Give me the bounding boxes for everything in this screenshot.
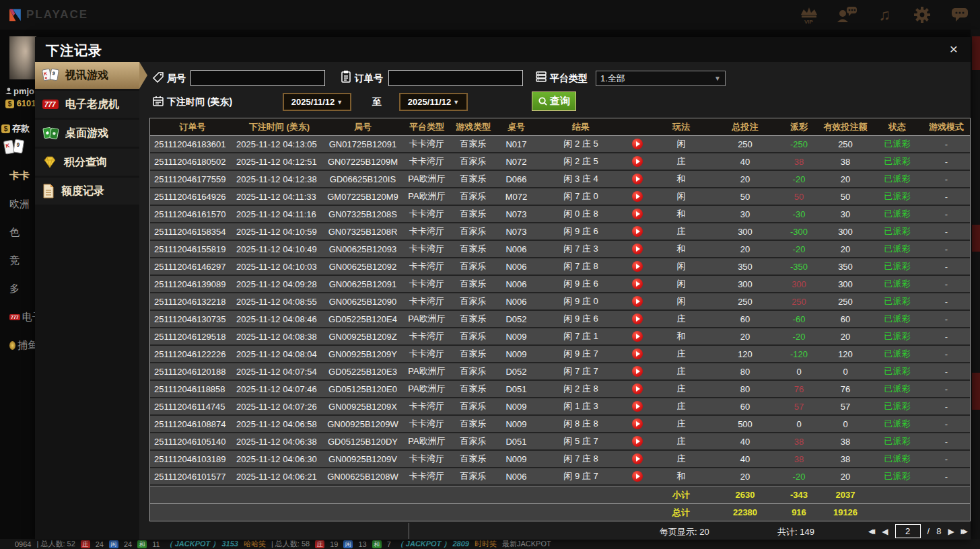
cell-payout: 0 bbox=[779, 419, 819, 429]
total-bet: 22380 bbox=[711, 507, 779, 517]
header-platform: 平台类型 bbox=[402, 121, 452, 133]
page-input[interactable]: 2 bbox=[895, 524, 921, 538]
platform-select[interactable]: 1.全部 ▼ bbox=[596, 71, 726, 86]
customer-service-icon[interactable] bbox=[836, 4, 858, 26]
replay-button[interactable] bbox=[632, 174, 643, 184]
replay-button[interactable] bbox=[632, 366, 643, 377]
cell-time: 2025-11-12 04:10:49 bbox=[235, 244, 324, 254]
per-page-label: 每页显示: 20 bbox=[660, 526, 709, 538]
replay-button[interactable] bbox=[632, 453, 643, 464]
diamond-icon bbox=[42, 155, 58, 169]
replay-button[interactable] bbox=[632, 349, 643, 359]
cell-order: 251112046183601 bbox=[150, 139, 235, 149]
cell-platform: PA欧洲厅 bbox=[402, 383, 452, 395]
cell-status: 已派彩 bbox=[872, 453, 923, 465]
table-row: 2511120461615702025-11-12 04:11:16GN0732… bbox=[150, 206, 970, 223]
nav-item-europe[interactable]: 欧洲 bbox=[0, 190, 38, 218]
replay-button[interactable] bbox=[632, 383, 643, 394]
last-page-button[interactable]: ▶▶ bbox=[961, 527, 968, 535]
first-page-button[interactable]: ◀◀ bbox=[868, 527, 875, 535]
cell-payout: -300 bbox=[779, 227, 819, 237]
search-button[interactable]: 查询 bbox=[532, 92, 576, 111]
nav-item-slots[interactable]: 777电子 bbox=[0, 303, 38, 331]
video-games-nav-icon[interactable]: K 9 bbox=[3, 139, 26, 159]
cell-playtype: 庄 bbox=[651, 225, 711, 237]
menu-item-table-games[interactable]: 桌面游戏 bbox=[35, 120, 139, 147]
settings-gear-icon[interactable] bbox=[911, 4, 933, 26]
pagination-bar: 每页显示: 20 共计: 149 ◀◀ ◀ 2 / 8 ▶ ▶▶ bbox=[149, 521, 971, 540]
header-valid: 有效投注额 bbox=[819, 121, 872, 133]
replay-button[interactable] bbox=[632, 296, 643, 307]
menu-item-credit-records[interactable]: 额度记录 bbox=[35, 178, 139, 205]
cell-order: 251112046132218 bbox=[150, 297, 235, 307]
replay-button[interactable] bbox=[632, 314, 643, 324]
cell-mode: - bbox=[923, 262, 970, 272]
cell-bet: 80 bbox=[711, 367, 779, 377]
replay-button[interactable] bbox=[632, 418, 643, 429]
replay-button[interactable] bbox=[632, 436, 643, 447]
cell-bet: 250 bbox=[711, 297, 779, 307]
vip-icon[interactable]: VIP bbox=[798, 4, 820, 26]
cell-round: GD05225B120E4 bbox=[324, 314, 402, 324]
cell-playtype: 闲 bbox=[651, 190, 711, 203]
cell-payout: 38 bbox=[779, 437, 819, 447]
replay-button[interactable] bbox=[632, 191, 643, 202]
table-row: 2511120461775592025-11-12 04:12:38GD0662… bbox=[150, 171, 970, 188]
close-icon[interactable]: × bbox=[945, 40, 963, 58]
cell-valid: 60 bbox=[819, 314, 872, 324]
replay-button[interactable] bbox=[632, 226, 643, 237]
next-page-button[interactable]: ▶ bbox=[948, 527, 954, 536]
replay-button[interactable] bbox=[632, 331, 643, 342]
cell-bet: 40 bbox=[711, 157, 779, 167]
cell-playtype: 庄 bbox=[651, 365, 711, 377]
nav-item-fishing[interactable]: 捕鱼 bbox=[0, 331, 38, 359]
replay-button[interactable] bbox=[632, 156, 643, 167]
cell-mode: - bbox=[923, 279, 970, 289]
replay-button[interactable] bbox=[632, 471, 643, 482]
cell-time: 2025-11-12 04:08:38 bbox=[235, 332, 324, 342]
round-input[interactable] bbox=[190, 70, 325, 86]
cell-valid: 120 bbox=[819, 349, 872, 359]
cell-result: 闲 7 庄 1 bbox=[538, 330, 624, 342]
cell-table: N009 bbox=[495, 402, 538, 412]
cell-time: 2025-11-12 04:08:55 bbox=[235, 297, 324, 307]
table-games-icon bbox=[42, 126, 59, 141]
menu-item-video-games[interactable]: K♥ 9 视讯游戏 bbox=[35, 62, 139, 89]
prev-page-button[interactable]: ◀ bbox=[882, 527, 888, 536]
replay-button[interactable] bbox=[632, 261, 643, 272]
lobby-nav: 卡卡 欧洲 色 竞 多 777电子 捕鱼 bbox=[0, 161, 38, 359]
cell-time: 2025-11-12 04:08:04 bbox=[235, 349, 324, 359]
cell-round: GD05125B120DY bbox=[324, 437, 402, 447]
date-to-select[interactable]: 2025/11/12▼ bbox=[399, 93, 468, 111]
table-row: 2511120461649262025-11-12 04:11:33GM0722… bbox=[150, 188, 970, 206]
nav-item-kaka[interactable]: 卡卡 bbox=[0, 161, 38, 190]
app-screen: PLAYACE VIP ♫ bbox=[0, 0, 980, 549]
replay-button[interactable] bbox=[632, 139, 643, 149]
music-icon[interactable]: ♫ bbox=[874, 4, 895, 26]
messages-icon[interactable] bbox=[949, 4, 971, 26]
ticker-number: 0964 bbox=[15, 540, 31, 548]
cell-status: 已派彩 bbox=[872, 208, 923, 220]
nav-item-duo[interactable]: 多 bbox=[0, 274, 38, 303]
header-round: 局号 bbox=[324, 121, 402, 133]
replay-button[interactable] bbox=[632, 401, 643, 412]
platform-icon bbox=[535, 71, 547, 85]
cell-mode: - bbox=[923, 157, 970, 167]
cell-order: 251112046139089 bbox=[150, 279, 235, 289]
date-from-select[interactable]: 2025/11/12▼ bbox=[283, 93, 351, 111]
cell-order: 251112046164926 bbox=[150, 192, 235, 202]
nav-item-jing[interactable]: 竞 bbox=[0, 246, 38, 274]
cell-time: 2025-11-12 04:07:54 bbox=[235, 367, 324, 377]
replay-button[interactable] bbox=[632, 244, 643, 254]
table-row: 2511120461390892025-11-12 04:09:28GN0062… bbox=[150, 276, 970, 293]
order-input[interactable] bbox=[388, 70, 523, 86]
nav-item-se[interactable]: 色 bbox=[0, 218, 38, 246]
replay-button[interactable] bbox=[632, 209, 643, 219]
cell-game: 百家乐 bbox=[452, 313, 495, 325]
menu-item-points[interactable]: 积分查询 bbox=[35, 149, 139, 176]
menu-item-slots[interactable]: 777 电子老虎机 bbox=[35, 91, 139, 118]
deposit-button[interactable]: $存款 bbox=[1, 122, 30, 135]
replay-button[interactable] bbox=[632, 279, 643, 289]
banker-chip: 庄 bbox=[81, 540, 90, 548]
cell-mode: - bbox=[923, 349, 970, 359]
